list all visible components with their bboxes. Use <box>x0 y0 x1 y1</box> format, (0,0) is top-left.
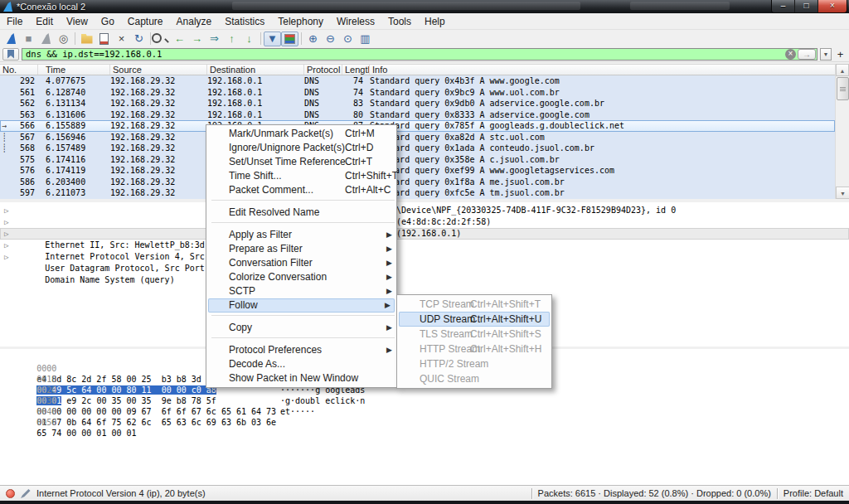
filter-apply-button[interactable]: → <box>798 49 816 60</box>
window-bottom-border <box>0 501 849 504</box>
zoom-original-icon[interactable]: ⊙ <box>339 32 357 46</box>
main-toolbar: ■◎×↻←→⇒↑↓▼⊕⊖⊙▥ <box>0 31 849 46</box>
expert-info-icon[interactable] <box>6 489 15 498</box>
menu-item-ignore[interactable]: Ignore/Unignore Packet(s) Ctrl+D <box>206 141 396 155</box>
statusbar-profile[interactable]: Profile: Default <box>784 488 843 498</box>
detail-line[interactable]: ▷ User Datagram Protocol, Src Port: 5969… <box>0 240 849 251</box>
menu-help[interactable]: Help <box>418 13 452 30</box>
menu-file[interactable]: File <box>0 13 29 30</box>
zoom-in-icon[interactable]: ⊕ <box>304 32 322 46</box>
filter-add-button[interactable]: + <box>834 48 847 61</box>
expander-triangle-icon[interactable]: ▷ <box>4 216 8 228</box>
filter-bookmark-button[interactable] <box>2 48 19 61</box>
packet-row[interactable]: ┊567 6.156946 192.168.29.32 192.168.0.1 … <box>0 132 835 143</box>
expander-triangle-icon[interactable]: ▷ <box>4 228 8 240</box>
packet-row[interactable]: 561 6.128740 192.168.29.32 192.168.0.1 D… <box>0 87 835 99</box>
packet-row[interactable]: 597 6.211073 192.168.29.32 192.168.0.1 D… <box>0 187 835 199</box>
maximize-button[interactable]: □ <box>795 0 818 12</box>
next-packet-icon[interactable]: → <box>188 32 206 46</box>
menu-view[interactable]: View <box>60 13 95 30</box>
autoscroll-toggle-icon[interactable]: ▼ <box>264 32 281 46</box>
submenu-item-udp-stream[interactable]: UDP Stream Ctrl+Alt+Shift+U <box>399 312 550 327</box>
column-header[interactable]: Length <box>342 65 370 75</box>
menu-telephony[interactable]: Telephony <box>271 13 330 30</box>
expander-triangle-icon[interactable]: ▷ <box>4 240 8 251</box>
save-file-icon[interactable] <box>95 32 113 46</box>
menu-item-time-reference[interactable]: Set/Unset Time Reference Ctrl+T <box>206 155 396 169</box>
expander-triangle-icon[interactable]: ▷ <box>4 251 8 263</box>
hex-row[interactable]: 0040 01 67 0b 64 6f 75 62 6c 65 63 6c 69… <box>0 395 849 406</box>
menu-item-sctp[interactable]: SCTP ▶ <box>206 284 396 298</box>
close-file-icon[interactable]: × <box>113 32 130 46</box>
goto-packet-icon[interactable]: ⇒ <box>206 32 223 46</box>
menu-go[interactable]: Go <box>95 13 121 30</box>
column-header[interactable]: Source <box>110 65 207 75</box>
display-filter-input[interactable]: dns && ip.dst==192.168.0.1 <box>22 48 817 61</box>
colorize-toggle-icon[interactable] <box>281 32 298 46</box>
start-capture-icon[interactable] <box>2 32 20 46</box>
reload-file-icon[interactable]: ↻ <box>130 32 148 46</box>
menu-item-time-shift[interactable]: Time Shift... Ctrl+Shift+T <box>206 169 396 183</box>
packet-row[interactable]: 563 6.131606 192.168.29.32 192.168.0.1 D… <box>0 109 835 121</box>
menu-analyze[interactable]: Analyze <box>170 13 219 30</box>
column-header[interactable]: Destination <box>207 65 304 75</box>
menu-item-copy[interactable]: Copy ▶ <box>206 321 396 335</box>
restart-capture-icon[interactable] <box>37 32 55 46</box>
filter-dropdown-caret[interactable]: ▼ <box>820 48 832 61</box>
column-header[interactable]: Time <box>38 65 110 75</box>
menu-item-mark-unmark[interactable]: Mark/Unmark Packet(s) Ctrl+M <box>206 127 396 141</box>
scrollbar-thumb[interactable] <box>837 77 849 100</box>
first-packet-icon[interactable]: ↑ <box>223 32 240 46</box>
packet-row[interactable]: ┊568 6.157489 192.168.29.32 192.168.0.1 … <box>0 143 835 154</box>
packet-row[interactable]: 562 6.131134 192.168.29.32 192.168.0.1 D… <box>0 98 835 109</box>
last-packet-icon[interactable]: ↓ <box>240 32 258 46</box>
column-header[interactable]: Protocol <box>304 65 342 75</box>
menu-item-prepare-as-filter[interactable]: Prepare as Filter ▶ <box>206 242 396 256</box>
menu-item-apply-as-filter[interactable]: Apply as Filter ▶ <box>206 228 396 242</box>
find-packet-icon[interactable] <box>153 32 171 46</box>
menu-item-edit-resolved-name[interactable]: Edit Resolved Name <box>206 206 396 220</box>
menu-item-decode-as[interactable]: Decode As... <box>206 357 396 371</box>
menu-item-conversation-filter[interactable]: Conversation Filter ▶ <box>206 256 396 270</box>
packet-row[interactable]: 586 6.203400 192.168.29.32 192.168.0.1 D… <box>0 177 835 188</box>
packet-row[interactable]: →566 6.155889 192.168.29.32 192.168.0.1 … <box>0 120 835 132</box>
menu-item-show-packet-new-window[interactable]: Show Packet in New Window <box>206 371 396 385</box>
expander-triangle-icon[interactable]: ▷ <box>4 205 8 216</box>
capture-comment-icon[interactable] <box>21 488 31 498</box>
detail-line[interactable]: ▷ Ethernet II, Src: HewlettP_b8:3d:4e (0… <box>0 216 849 228</box>
resize-columns-icon[interactable]: ▥ <box>357 32 374 46</box>
packet-row[interactable]: 292 4.077675 192.168.29.32 192.168.0.1 D… <box>0 75 835 87</box>
menu-item-colorize-conversation[interactable]: Colorize Conversation ▶ <box>206 270 396 284</box>
column-header[interactable]: Info <box>370 65 849 75</box>
detail-line[interactable]: ▷ Internet Protocol Version 4, Src: 192.… <box>0 228 849 240</box>
open-file-icon[interactable] <box>78 32 95 46</box>
filter-clear-icon[interactable]: × <box>785 49 796 60</box>
menu-capture[interactable]: Capture <box>121 13 170 30</box>
packet-row[interactable]: 576 6.174119 192.168.29.32 192.168.0.1 D… <box>0 165 835 177</box>
column-header[interactable]: No. <box>0 65 38 75</box>
zoom-out-icon[interactable]: ⊖ <box>322 32 339 46</box>
previous-packet-icon[interactable]: ← <box>171 32 188 46</box>
close-button[interactable]: × <box>818 0 847 12</box>
menu-separator <box>206 222 396 228</box>
menu-wireless[interactable]: Wireless <box>330 13 381 30</box>
statusbar-separator <box>531 488 532 499</box>
menu-statistics[interactable]: Statistics <box>218 13 271 30</box>
detail-line[interactable]: ▷ Domain Name System (query) <box>0 251 849 263</box>
packet-list-scrollbar[interactable]: ▲ ▼ <box>835 64 849 199</box>
menu-tools[interactable]: Tools <box>381 13 418 30</box>
scrollbar-up-arrow-icon[interactable]: ▲ <box>836 64 849 76</box>
bookmark-icon <box>7 50 14 59</box>
wireshark-app-icon <box>3 2 12 12</box>
scrollbar-down-arrow-icon[interactable]: ▼ <box>836 187 849 199</box>
menu-item-packet-comment[interactable]: Packet Comment... Ctrl+Alt+C <box>206 183 396 197</box>
hex-row[interactable]: 0050 65 74 00 00 01 00 01 et····· <box>0 406 849 417</box>
minimize-button[interactable]: – <box>772 0 795 12</box>
menu-item-protocol-preferences[interactable]: Protocol Preferences ▶ <box>206 343 396 357</box>
stop-capture-icon[interactable]: ■ <box>20 32 37 46</box>
menu-item-follow[interactable]: Follow ▶ <box>208 298 395 313</box>
packet-row[interactable]: 575 6.174116 192.168.29.32 192.168.0.1 D… <box>0 154 835 166</box>
capture-options-icon[interactable]: ◎ <box>55 32 72 46</box>
detail-line[interactable]: ▷ Frame 566: 87 bytes on wire (696 bits)… <box>0 205 849 216</box>
menu-edit[interactable]: Edit <box>29 13 60 30</box>
